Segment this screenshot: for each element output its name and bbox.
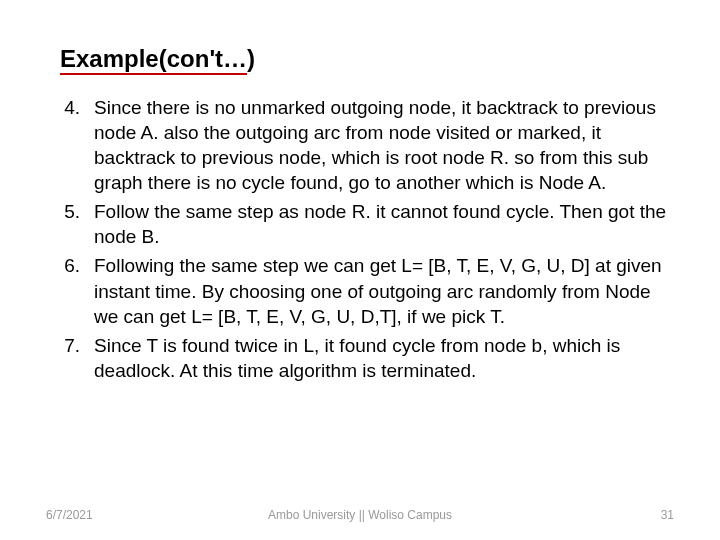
list-text: Follow the same step as node R. it canno… — [94, 199, 680, 249]
list-number: 6. — [40, 253, 94, 328]
title-text-suffix: ) — [247, 45, 255, 72]
list-number: 4. — [40, 95, 94, 195]
slide: Example(con't…) 4. Since there is no unm… — [0, 0, 720, 540]
list-text: Following the same step we can get L= [B… — [94, 253, 680, 328]
list-text: Since there is no unmarked outgoing node… — [94, 95, 680, 195]
list-item: 5. Follow the same step as node R. it ca… — [40, 199, 680, 249]
body-list: 4. Since there is no unmarked outgoing n… — [40, 95, 680, 383]
footer: 6/7/2021 Ambo University || Woliso Campu… — [0, 508, 720, 522]
list-number: 5. — [40, 199, 94, 249]
title-text-underlined: Example(con't… — [60, 45, 247, 75]
list-text: Since T is found twice in L, it found cy… — [94, 333, 680, 383]
list-item: 6. Following the same step we can get L=… — [40, 253, 680, 328]
footer-date: 6/7/2021 — [46, 508, 93, 522]
list-item: 4. Since there is no unmarked outgoing n… — [40, 95, 680, 195]
footer-center: Ambo University || Woliso Campus — [268, 508, 452, 522]
footer-page-number: 31 — [661, 508, 674, 522]
list-number: 7. — [40, 333, 94, 383]
slide-title: Example(con't…) — [60, 45, 680, 73]
list-item: 7. Since T is found twice in L, it found… — [40, 333, 680, 383]
